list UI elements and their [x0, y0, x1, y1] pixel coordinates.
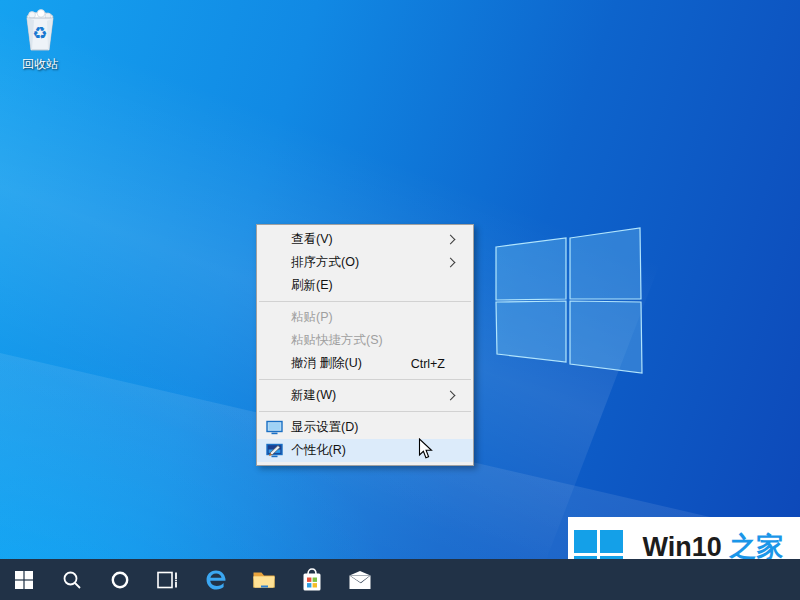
- menu-item-refresh[interactable]: 刷新(E): [257, 274, 473, 297]
- search-icon: [62, 570, 82, 590]
- recycle-bin-desktop-icon[interactable]: ♻ 回收站: [8, 8, 72, 73]
- recycle-bin-label: 回收站: [22, 56, 58, 73]
- submenu-arrow-icon: [446, 258, 456, 268]
- mouse-cursor: [418, 438, 433, 464]
- menu-item-view[interactable]: 查看(V): [257, 228, 473, 251]
- search-button[interactable]: [48, 559, 96, 600]
- store-button[interactable]: [288, 559, 336, 600]
- edge-icon: [204, 568, 228, 592]
- task-view-button[interactable]: [144, 559, 192, 600]
- start-icon: [15, 571, 33, 589]
- start-button[interactable]: [0, 559, 48, 600]
- menu-item-display-settings[interactable]: 显示设置(D): [257, 416, 473, 439]
- menu-separator: [259, 301, 471, 302]
- submenu-arrow-icon: [446, 391, 456, 401]
- watermark-title: Win10 之家: [634, 533, 792, 561]
- taskbar: [0, 559, 800, 600]
- menu-separator: [259, 411, 471, 412]
- cortana-button[interactable]: [96, 559, 144, 600]
- submenu-arrow-icon: [446, 235, 456, 245]
- menu-separator: [259, 379, 471, 380]
- menu-item-paste: 粘贴(P): [257, 306, 473, 329]
- file-explorer-button[interactable]: [240, 559, 288, 600]
- desktop-context-menu: 查看(V) 排序方式(O) 刷新(E) 粘贴(P) 粘贴快捷方式(S) 撤消 删…: [256, 224, 474, 466]
- mail-icon: [348, 570, 372, 590]
- task-view-icon: [157, 570, 179, 590]
- mail-button[interactable]: [336, 559, 384, 600]
- file-explorer-icon: [252, 569, 276, 591]
- store-icon: [301, 568, 323, 592]
- menu-item-paste-shortcut: 粘贴快捷方式(S): [257, 329, 473, 352]
- recycle-bin-icon: ♻: [18, 8, 62, 54]
- shortcut-label: Ctrl+Z: [411, 357, 445, 371]
- menu-item-sort-by[interactable]: 排序方式(O): [257, 251, 473, 274]
- personalization-icon: [266, 443, 284, 459]
- screen: ♻ 回收站 查看(V) 排序方式(O) 刷新(E) 粘贴(P) 粘贴快捷方式(S…: [0, 0, 800, 600]
- edge-button[interactable]: [192, 559, 240, 600]
- menu-item-personalize[interactable]: 个性化(R): [257, 439, 473, 462]
- menu-item-new[interactable]: 新建(W): [257, 384, 473, 407]
- svg-text:♻: ♻: [32, 23, 47, 43]
- display-settings-icon: [266, 420, 284, 436]
- menu-item-undo-delete[interactable]: 撤消 删除(U) Ctrl+Z: [257, 352, 473, 375]
- cortana-icon: [110, 570, 130, 590]
